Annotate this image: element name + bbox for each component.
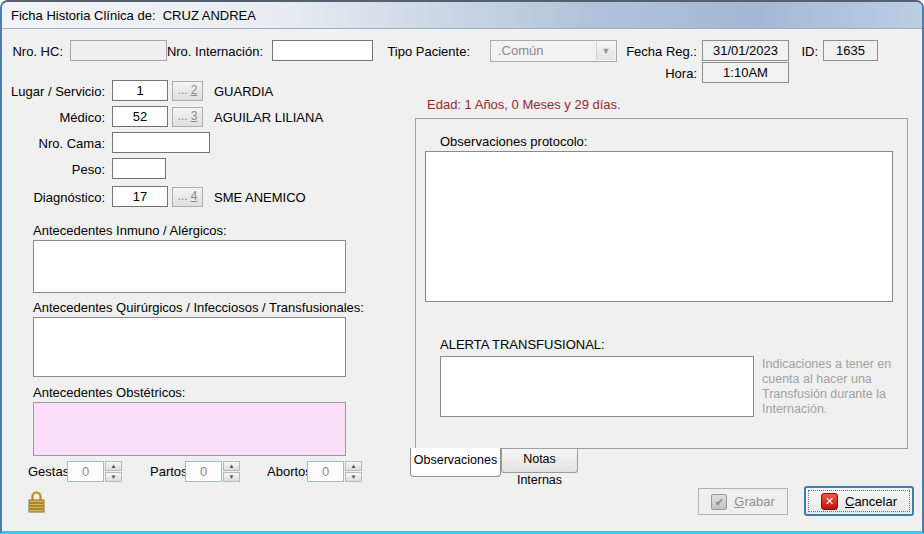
hora-label: Hora: <box>560 66 697 81</box>
lookup-key: 2 <box>191 83 198 97</box>
lock-icon <box>26 489 47 518</box>
tab-notas-internas[interactable]: Notas Internas <box>501 449 578 473</box>
screen: Ficha Historia Clínica de: CRUZ ANDREA N… <box>0 0 924 534</box>
grabar-button-label: Grabar <box>734 494 774 509</box>
nro-hc-label: Nro. HC: <box>0 44 63 59</box>
lugar-servicio-name: GUARDIA <box>214 84 273 99</box>
alerta-help-text: Indicaciones a tener en cuenta al hacer … <box>762 357 896 417</box>
tipo-paciente-value: .Común <box>498 43 544 58</box>
nro-cama-label: Nro. Cama: <box>0 136 105 151</box>
window-title: Ficha Historia Clínica de: CRUZ ANDREA <box>11 8 256 23</box>
observaciones-protocolo-label: Observaciones protocolo: <box>440 134 587 149</box>
lookup-dots: ... <box>178 189 188 203</box>
diagnostico-lookup-button[interactable]: ...4 <box>172 187 203 207</box>
antecedentes-obstetricos-textarea[interactable] <box>33 402 346 456</box>
gestas-up-button[interactable]: ▲ <box>105 461 122 471</box>
nro-internacion-label: Nro. Internación: <box>100 44 263 59</box>
gestas-spinner[interactable]: 0 ▲▼ <box>67 461 122 482</box>
abortos-up-button[interactable]: ▲ <box>345 461 362 471</box>
cancelar-button-label: Cancelar <box>845 494 897 509</box>
lookup-key: 3 <box>191 109 198 123</box>
partos-up-button[interactable]: ▲ <box>223 461 240 471</box>
edad-text: Edad: 1 Años, 0 Meses y 29 días. <box>427 97 621 112</box>
cancelar-button[interactable]: ✕ Cancelar <box>804 486 914 516</box>
medico-code-input[interactable]: 52 <box>112 106 168 127</box>
hora-field: 1:10AM <box>702 62 789 83</box>
diagnostico-label: Diagnóstico: <box>0 190 105 205</box>
lookup-key: 4 <box>191 189 198 203</box>
partos-value[interactable]: 0 <box>185 461 222 482</box>
diagnostico-code-input[interactable]: 17 <box>112 186 168 207</box>
abortos-down-button[interactable]: ▼ <box>345 472 362 482</box>
antecedentes-quirurgicos-textarea[interactable] <box>33 317 346 377</box>
gestas-value[interactable]: 0 <box>67 461 104 482</box>
alerta-transfusional-textarea[interactable] <box>440 356 754 417</box>
lookup-dots: ... <box>178 83 188 97</box>
partos-down-button[interactable]: ▼ <box>223 472 240 482</box>
partos-spinner[interactable]: 0 ▲▼ <box>185 461 240 482</box>
grabar-button: ✔ Grabar <box>698 488 788 515</box>
medico-name: AGUILAR LILIANA <box>214 110 323 125</box>
fecha-reg-label: Fecha Reg.: <box>560 44 697 59</box>
checkmark-icon: ✔ <box>711 494 727 510</box>
id-label: ID: <box>740 44 818 59</box>
abortos-value[interactable]: 0 <box>307 461 344 482</box>
antecedentes-obstetricos-label: Antecedentes Obstétricos: <box>33 385 185 400</box>
gestas-down-button[interactable]: ▼ <box>105 472 122 482</box>
antecedentes-quirurgicos-label: Antecedentes Quirúrgicos / Infecciosos /… <box>33 300 364 315</box>
abortos-spinner[interactable]: 0 ▲▼ <box>307 461 362 482</box>
lookup-dots: ... <box>178 109 188 123</box>
tipo-paciente-label: Tipo Paciente: <box>300 44 470 59</box>
medico-lookup-button[interactable]: ...3 <box>172 107 203 127</box>
antecedentes-inmuno-label: Antecedentes Inmuno / Alérgicos: <box>33 223 227 238</box>
peso-input[interactable] <box>112 158 166 179</box>
tab-observaciones[interactable]: Observaciones <box>410 448 501 477</box>
lugar-servicio-lookup-button[interactable]: ...2 <box>172 81 203 101</box>
alerta-transfusional-label: ALERTA TRANSFUSIONAL: <box>440 337 605 352</box>
window-titlebar: Ficha Historia Clínica de: CRUZ ANDREA <box>2 2 922 29</box>
nro-cama-input[interactable] <box>112 132 210 153</box>
close-x-icon: ✕ <box>821 493 838 510</box>
peso-label: Peso: <box>0 162 105 177</box>
medico-label: Médico: <box>0 110 105 125</box>
antecedentes-inmuno-textarea[interactable] <box>33 240 346 293</box>
id-field: 1635 <box>823 40 878 61</box>
diagnostico-name: SME ANEMICO <box>214 190 306 205</box>
observaciones-protocolo-textarea[interactable] <box>425 151 893 302</box>
lugar-servicio-label: Lugar / Servicio: <box>0 84 105 99</box>
lugar-servicio-code-input[interactable]: 1 <box>112 80 168 101</box>
